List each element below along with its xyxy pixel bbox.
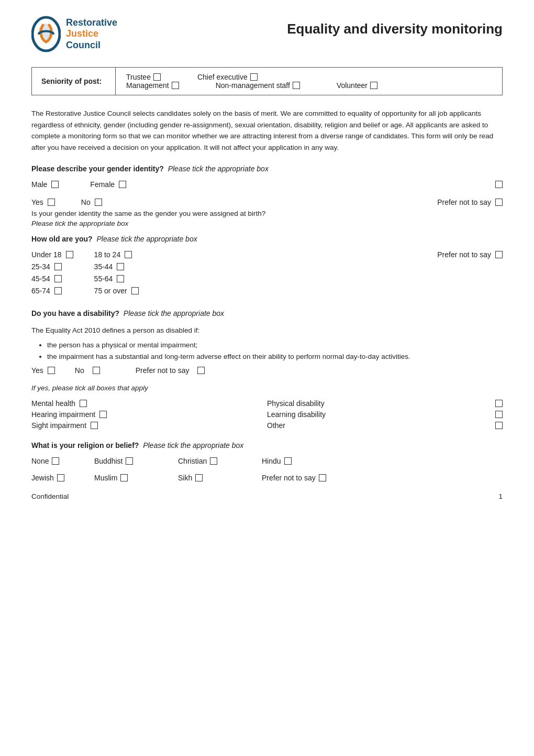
logo-line2: Justice	[66, 28, 117, 40]
gender-birth-no: No	[81, 198, 102, 206]
non-management-checkbox[interactable]	[293, 82, 300, 89]
age-prefer-checkbox[interactable]	[495, 251, 503, 258]
age18-24-checkbox[interactable]	[125, 251, 132, 258]
christian-checkbox[interactable]	[210, 457, 217, 465]
religion-none: None	[31, 457, 94, 465]
male-checkbox[interactable]	[51, 181, 59, 188]
seniority-non-management: Non-management staff	[216, 81, 300, 90]
yes-checkbox[interactable]	[48, 199, 55, 206]
age55-64-checkbox[interactable]	[117, 275, 124, 282]
prefer-not-say-label: Prefer not to say	[437, 198, 491, 206]
disability-bullet-2: the impairment has a substantial and lon…	[47, 351, 503, 363]
other-disability-label: Other	[267, 421, 285, 430]
disability-grid: Mental health Hearing impairment Sight i…	[31, 399, 503, 430]
mental-health-checkbox[interactable]	[80, 400, 87, 407]
gender-birth-instruction: Please tick the appropriate box	[31, 220, 503, 227]
hindu-label: Hindu	[262, 457, 281, 465]
gender-female: Female	[90, 180, 126, 189]
gender-question-bold: Please describe your gender identity?	[31, 165, 164, 173]
age45-54-checkbox[interactable]	[54, 275, 62, 282]
seniority-chief: Chief executive	[197, 73, 258, 81]
age-prefer-label: Prefer not to say	[437, 250, 491, 259]
gender-other-checkbox[interactable]	[495, 181, 503, 188]
sight-item: Sight impairment	[31, 421, 267, 430]
age75plus-checkbox[interactable]	[131, 287, 139, 294]
disability-question-instruction: Please tick the appropriate box	[124, 309, 224, 317]
seniority-row-1: Trustee Chief executive	[126, 73, 492, 81]
sikh-checkbox[interactable]	[195, 474, 203, 481]
age-35-44: 35-44	[94, 262, 139, 271]
confidential-label: Confidential	[31, 492, 69, 500]
muslim-checkbox[interactable]	[120, 474, 128, 481]
age-under18: Under 18	[31, 250, 73, 259]
logo-icon	[31, 16, 61, 52]
trustee-checkbox[interactable]	[153, 73, 161, 81]
religion-question: What is your religion or belief? Please …	[31, 441, 503, 450]
age18-24-label: 18 to 24	[94, 250, 121, 259]
age25-34-checkbox[interactable]	[54, 263, 62, 270]
other-disability-checkbox[interactable]	[495, 422, 503, 429]
religion-muslim: Muslim	[94, 474, 178, 482]
religion-buddhist: Buddhist	[94, 457, 178, 465]
physical-disability-checkbox[interactable]	[495, 400, 503, 407]
christian-label: Christian	[178, 457, 207, 465]
age65-74-checkbox[interactable]	[54, 287, 62, 294]
age-grid: Under 18 25-34 45-54 65-74 18 to 24	[31, 250, 503, 297]
sight-checkbox[interactable]	[91, 422, 98, 429]
page-title: Equality and diversity monitoring	[147, 16, 503, 37]
age45-54-label: 45-54	[31, 275, 50, 283]
age-question: How old are you? Please tick the appropr…	[31, 235, 503, 243]
religion-row-2: Jewish Muslim Sikh Prefer not to say	[31, 474, 503, 482]
management-checkbox[interactable]	[172, 82, 179, 89]
hearing-item: Hearing impairment	[31, 410, 267, 419]
seniority-section: Seniority of post: Trustee Chief executi…	[31, 67, 503, 95]
female-checkbox[interactable]	[119, 181, 126, 188]
no-checkbox[interactable]	[95, 199, 102, 206]
trustee-label: Trustee	[126, 73, 151, 81]
page-header: Restorative Justice Council Equality and…	[31, 16, 503, 52]
age-55-64: 55-64	[94, 275, 139, 283]
volunteer-checkbox[interactable]	[370, 82, 377, 89]
seniority-trustee: Trustee	[126, 73, 161, 81]
age-col-1: Under 18 25-34 45-54 65-74	[31, 250, 73, 297]
hindu-checkbox[interactable]	[284, 457, 292, 465]
jewish-checkbox[interactable]	[57, 474, 64, 481]
learning-disability-checkbox[interactable]	[495, 411, 503, 418]
religion-prefer-label: Prefer not to say	[262, 474, 316, 482]
age35-44-checkbox[interactable]	[117, 263, 124, 270]
prefer-not-say-checkbox[interactable]	[495, 199, 503, 206]
chief-checkbox[interactable]	[250, 73, 258, 81]
gender-options-row: Male Female	[31, 180, 503, 189]
buddhist-checkbox[interactable]	[126, 457, 133, 465]
non-management-label: Non-management staff	[216, 81, 290, 90]
male-label: Male	[31, 180, 47, 189]
age-45-54: 45-54	[31, 275, 73, 283]
age35-44-label: 35-44	[94, 262, 113, 271]
under18-label: Under 18	[31, 250, 62, 259]
disability-no-checkbox[interactable]	[93, 367, 100, 374]
female-label: Female	[90, 180, 115, 189]
disability-description: The Equality Act 2010 defines a person a…	[31, 325, 503, 336]
chief-label: Chief executive	[197, 73, 248, 81]
muslim-label: Muslim	[94, 474, 117, 482]
management-label: Management	[126, 81, 169, 90]
age-section: How old are you? Please tick the appropr…	[31, 235, 503, 297]
age-65-74: 65-74	[31, 287, 73, 295]
age-question-bold: How old are you?	[31, 235, 93, 243]
disability-question: Do you have a disability? Please tick th…	[31, 309, 503, 317]
hearing-checkbox[interactable]	[99, 411, 107, 418]
religion-jewish: Jewish	[31, 474, 94, 482]
religion-prefer-checkbox[interactable]	[319, 474, 326, 481]
under18-checkbox[interactable]	[66, 251, 73, 258]
other-disability-item: Other	[267, 421, 503, 430]
disability-left-col: Mental health Hearing impairment Sight i…	[31, 399, 267, 430]
if-yes-label: If yes, please tick all boxes that apply	[31, 384, 503, 392]
disability-yes-checkbox[interactable]	[48, 367, 55, 374]
age55-64-label: 55-64	[94, 275, 113, 283]
none-checkbox[interactable]	[52, 457, 59, 465]
disability-prefer-checkbox[interactable]	[197, 367, 205, 374]
age-18-24: 18 to 24	[94, 250, 139, 259]
age75plus-label: 75 or over	[94, 287, 127, 295]
mental-health-item: Mental health	[31, 399, 267, 408]
physical-disability-item: Physical disability	[267, 399, 503, 408]
